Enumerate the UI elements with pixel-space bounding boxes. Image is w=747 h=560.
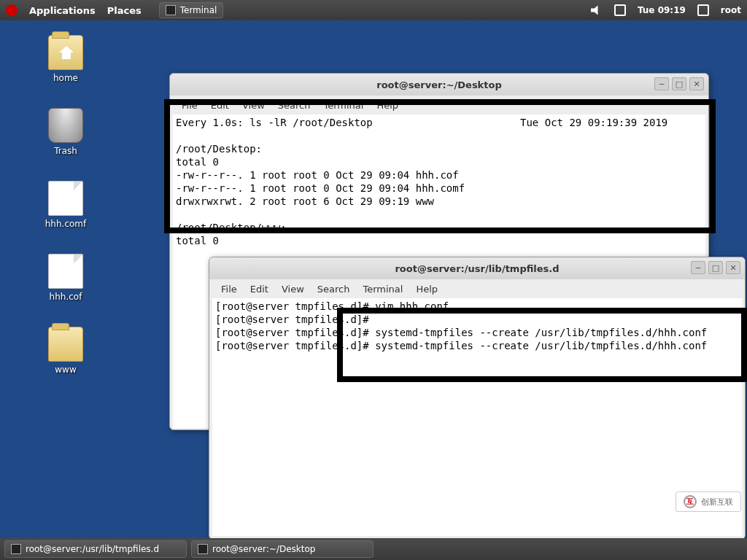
- taskbar-item-1[interactable]: root@server:/usr/lib/tmpfiles.d: [4, 540, 187, 558]
- maximize-button[interactable]: □: [708, 261, 723, 274]
- menu-view[interactable]: View: [242, 100, 265, 111]
- desktop-icon-home[interactable]: home: [36, 35, 95, 83]
- file-icon: [48, 181, 83, 216]
- panel-task-terminal[interactable]: Terminal: [159, 2, 224, 18]
- trash-icon: [48, 108, 83, 143]
- volume-icon[interactable]: [591, 4, 603, 16]
- folder-icon: [48, 327, 83, 362]
- watermark-logo-icon: 互: [684, 495, 697, 508]
- menu-help[interactable]: Help: [416, 284, 438, 295]
- desktop-icon-label: home: [36, 73, 95, 83]
- desktop-icon-label: Trash: [36, 146, 95, 156]
- desktop-icon-hhh-cof[interactable]: hhh.cof: [36, 254, 95, 302]
- menu-places[interactable]: Places: [107, 5, 142, 16]
- menu-applications[interactable]: Applications: [29, 5, 96, 16]
- terminal-icon: [11, 544, 21, 554]
- menu-edit[interactable]: Edit: [250, 284, 268, 295]
- menu-terminal[interactable]: Terminal: [363, 284, 403, 295]
- terminal-icon: [166, 5, 176, 15]
- menu-view[interactable]: View: [282, 284, 304, 295]
- desktop-icon-www[interactable]: www: [36, 327, 95, 375]
- minimize-button[interactable]: ─: [654, 77, 669, 90]
- minimize-button[interactable]: ─: [691, 261, 705, 274]
- menu-search[interactable]: Search: [278, 100, 311, 111]
- watermark-text: 创新互联: [701, 497, 733, 508]
- network-icon[interactable]: [614, 4, 626, 16]
- menu-search[interactable]: Search: [317, 284, 350, 295]
- close-button[interactable]: ✕: [689, 77, 704, 90]
- menubar: File Edit View Search Terminal Help: [170, 96, 708, 114]
- power-icon[interactable]: [697, 4, 709, 16]
- panel-task-label: Terminal: [180, 5, 217, 15]
- maximize-button[interactable]: □: [672, 77, 686, 90]
- menu-edit[interactable]: Edit: [211, 100, 229, 111]
- terminal-icon: [198, 544, 208, 554]
- menu-terminal[interactable]: Terminal: [323, 100, 363, 111]
- user-menu[interactable]: root: [721, 5, 741, 15]
- taskbar-item-2[interactable]: root@server:~/Desktop: [191, 540, 374, 558]
- desktop: home Trash hhh.comf hhh.cof www root@ser…: [0, 20, 747, 538]
- menu-file[interactable]: File: [221, 284, 237, 295]
- window-title: root@server:~/Desktop: [376, 79, 501, 90]
- taskbar-label: root@server:~/Desktop: [212, 544, 315, 554]
- titlebar[interactable]: root@server:~/Desktop ─ □ ✕: [170, 74, 708, 96]
- bottom-panel: root@server:/usr/lib/tmpfiles.d root@ser…: [0, 538, 747, 560]
- taskbar-label: root@server:/usr/lib/tmpfiles.d: [26, 544, 159, 554]
- desktop-icon-label: www: [36, 365, 95, 375]
- menubar: File Edit View Search Terminal Help: [209, 279, 745, 298]
- terminal-output[interactable]: [root@server tmpfiles.d]# vim hhh.conf […: [212, 298, 742, 536]
- watermark: 互 创新互联: [676, 491, 741, 512]
- titlebar[interactable]: root@server:/usr/lib/tmpfiles.d ─ □ ✕: [209, 257, 745, 279]
- terminal-window-tmpfiles[interactable]: root@server:/usr/lib/tmpfiles.d ─ □ ✕ Fi…: [209, 257, 746, 540]
- desktop-icon-hhh-comf[interactable]: hhh.comf: [36, 181, 95, 229]
- file-icon: [48, 254, 83, 289]
- desktop-icon-label: hhh.cof: [36, 292, 95, 302]
- window-title: root@server:/usr/lib/tmpfiles.d: [395, 263, 559, 274]
- menu-file[interactable]: File: [182, 100, 198, 111]
- top-panel: Applications Places Terminal Tue 09:19 r…: [0, 0, 747, 20]
- distro-logo-icon: [6, 4, 18, 16]
- menu-help[interactable]: Help: [376, 100, 398, 111]
- clock[interactable]: Tue 09:19: [638, 5, 686, 15]
- home-folder-icon: [48, 35, 83, 70]
- desktop-icon-label: hhh.comf: [36, 219, 95, 229]
- desktop-icon-trash[interactable]: Trash: [36, 108, 95, 156]
- close-button[interactable]: ✕: [726, 261, 740, 274]
